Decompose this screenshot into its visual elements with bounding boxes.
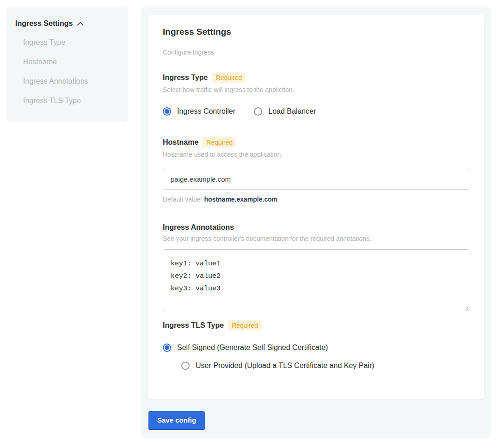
- sidebar-item-ingress-annotations[interactable]: Ingress Annotations: [6, 72, 128, 91]
- field-hostname: Hostname Required Hostname used to acces…: [163, 137, 469, 203]
- hostname-input[interactable]: [163, 169, 469, 190]
- field-help-text: Hostname used to access the application.: [163, 151, 469, 158]
- field-label-row: Ingress Type Required: [163, 73, 469, 83]
- field-label: Hostname: [163, 138, 198, 147]
- card-subtitle: Configure Ingress: [163, 49, 469, 56]
- field-label: Ingress Annotations: [163, 223, 234, 232]
- default-value-line: Default value: hostname.example.com: [163, 196, 469, 203]
- radio-unselected-icon[interactable]: [181, 362, 190, 370]
- sidebar-item-ingress-type[interactable]: Ingress Type: [6, 33, 128, 52]
- sidebar-group-title-label: Ingress Settings: [15, 19, 73, 28]
- ingress-tls-radio-group: Self Signed (Generate Self Signed Certif…: [163, 344, 469, 370]
- field-label-row: Hostname Required: [163, 137, 469, 147]
- required-badge: Required: [212, 73, 246, 83]
- config-panel: Ingress Settings Configure Ingress Ingre…: [141, 6, 492, 438]
- radio-option-ingress-controller[interactable]: Ingress Controller: [163, 107, 235, 116]
- sidebar-item-list: Ingress Type Hostname Ingress Annotation…: [6, 33, 128, 110]
- radio-option-label: Ingress Controller: [177, 107, 235, 116]
- radio-option-label: Load Balancer: [268, 107, 316, 116]
- ingress-type-radio-group: Ingress Controller Load Balancer: [163, 107, 469, 116]
- default-value-label: Default value:: [163, 196, 204, 203]
- sidebar-group-ingress-settings[interactable]: Ingress Settings: [15, 19, 119, 28]
- field-label-row: Ingress Annotations: [163, 223, 469, 232]
- radio-option-load-balancer[interactable]: Load Balancer: [254, 107, 316, 116]
- radio-unselected-icon[interactable]: [254, 107, 262, 116]
- config-nav-sidebar: Ingress Settings Ingress Type Hostname I…: [6, 7, 128, 122]
- field-label: Ingress TLS Type: [163, 321, 224, 330]
- save-config-button[interactable]: Save config: [148, 411, 205, 429]
- ingress-annotations-textarea[interactable]: key1: value1 key2: value2 key3: value3: [163, 249, 469, 311]
- radio-selected-icon[interactable]: [163, 107, 171, 116]
- page: Ingress Settings Ingress Type Hostname I…: [0, 0, 504, 448]
- field-ingress-annotations: Ingress Annotations See your ingress con…: [163, 223, 469, 311]
- field-ingress-tls-type: Ingress TLS Type Required Self Signed (G…: [163, 320, 469, 370]
- field-label: Ingress Type: [163, 74, 208, 82]
- card-title: Ingress Settings: [163, 27, 469, 37]
- sidebar-item-ingress-tls-type[interactable]: Ingress TLS Type: [6, 91, 128, 110]
- radio-option-label: User Provided (Upload a TLS Certificate …: [196, 362, 375, 370]
- sidebar-item-hostname[interactable]: Hostname: [6, 52, 128, 72]
- radio-option-self-signed[interactable]: Self Signed (Generate Self Signed Certif…: [163, 344, 469, 352]
- default-value-text: hostname.example.com: [204, 196, 278, 203]
- field-help-text: See your ingress controller's documentat…: [163, 235, 469, 242]
- chevron-up-icon: [77, 22, 84, 26]
- field-label-row: Ingress TLS Type Required: [163, 320, 469, 331]
- radio-option-user-provided[interactable]: User Provided (Upload a TLS Certificate …: [181, 362, 469, 370]
- radio-option-label: Self Signed (Generate Self Signed Certif…: [177, 344, 328, 352]
- field-help-text: Select how traffic will ingress to the a…: [163, 86, 469, 93]
- required-badge: Required: [203, 137, 236, 147]
- required-badge: Required: [228, 320, 262, 331]
- radio-selected-icon[interactable]: [163, 344, 171, 352]
- config-card: Ingress Settings Configure Ingress Ingre…: [148, 15, 484, 399]
- field-ingress-type: Ingress Type Required Select how traffic…: [163, 73, 469, 116]
